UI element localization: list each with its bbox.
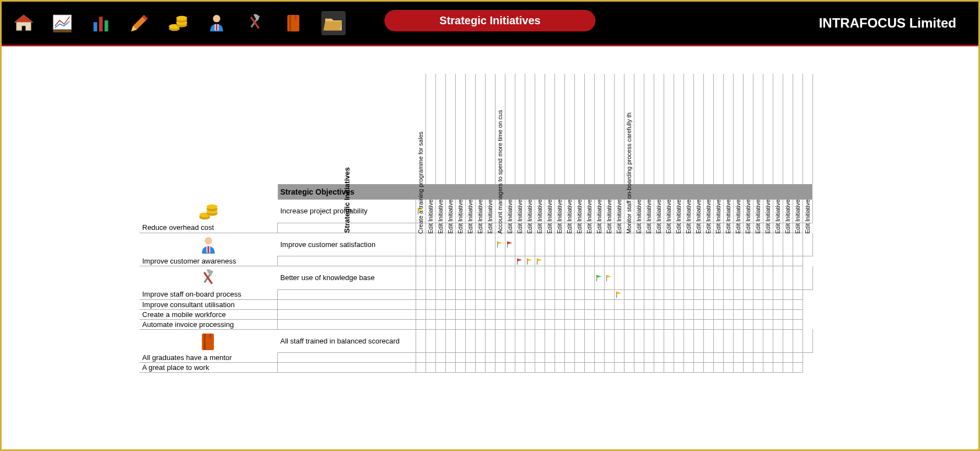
matrix-cell[interactable] bbox=[723, 353, 733, 363]
matrix-cell[interactable] bbox=[644, 233, 654, 256]
matrix-cell[interactable] bbox=[654, 266, 664, 290]
objective-label[interactable]: Reduce overhead cost bbox=[139, 223, 278, 233]
column-header[interactable]: Edit Initiative bbox=[475, 74, 485, 184]
objective-label[interactable]: Improve customer satisfaction bbox=[278, 233, 416, 256]
matrix-cell[interactable] bbox=[455, 319, 465, 329]
folder-button[interactable] bbox=[321, 11, 346, 35]
matrix-cell[interactable] bbox=[773, 289, 783, 299]
matrix-cell[interactable] bbox=[435, 353, 445, 363]
matrix-cell[interactable] bbox=[435, 309, 445, 319]
book-button[interactable] bbox=[283, 12, 305, 34]
matrix-cell[interactable] bbox=[743, 256, 753, 266]
matrix-cell[interactable] bbox=[594, 233, 604, 256]
matrix-cell[interactable] bbox=[674, 319, 683, 329]
matrix-cell[interactable] bbox=[793, 299, 803, 309]
matrix-cell[interactable] bbox=[703, 353, 713, 363]
matrix-cell[interactable] bbox=[594, 363, 604, 373]
matrix-cell[interactable] bbox=[475, 289, 485, 299]
matrix-cell[interactable] bbox=[545, 363, 554, 373]
matrix-cell[interactable] bbox=[545, 329, 554, 353]
matrix-cell[interactable] bbox=[475, 299, 485, 309]
matrix-cell[interactable] bbox=[445, 309, 455, 319]
matrix-cell[interactable] bbox=[584, 233, 594, 256]
matrix-cell[interactable] bbox=[426, 299, 435, 309]
matrix-cell[interactable] bbox=[624, 266, 634, 290]
matrix-cell[interactable] bbox=[554, 256, 564, 266]
matrix-cell[interactable] bbox=[416, 319, 426, 329]
matrix-cell[interactable] bbox=[793, 256, 803, 266]
matrix-cell[interactable] bbox=[584, 289, 594, 299]
matrix-cell[interactable] bbox=[723, 319, 733, 329]
matrix-cell[interactable] bbox=[743, 289, 753, 299]
matrix-cell[interactable] bbox=[783, 353, 793, 363]
matrix-cell[interactable] bbox=[426, 266, 435, 290]
matrix-cell[interactable] bbox=[783, 233, 793, 256]
matrix-cell[interactable] bbox=[773, 233, 783, 256]
matrix-cell[interactable] bbox=[703, 363, 713, 373]
matrix-cell[interactable] bbox=[495, 266, 505, 290]
matrix-cell[interactable] bbox=[564, 363, 574, 373]
matrix-cell[interactable] bbox=[416, 266, 426, 290]
matrix-cell[interactable] bbox=[733, 256, 743, 266]
matrix-cell[interactable] bbox=[564, 289, 574, 299]
matrix-cell[interactable] bbox=[664, 319, 674, 329]
matrix-cell[interactable] bbox=[475, 233, 485, 256]
matrix-cell[interactable] bbox=[564, 256, 574, 266]
matrix-cell[interactable] bbox=[693, 319, 703, 329]
matrix-cell[interactable] bbox=[495, 256, 505, 266]
matrix-cell[interactable] bbox=[545, 319, 554, 329]
matrix-cell[interactable] bbox=[733, 363, 743, 373]
objective-label[interactable]: All graduates have a mentor bbox=[139, 353, 278, 363]
matrix-cell[interactable] bbox=[475, 329, 485, 353]
matrix-cell[interactable] bbox=[475, 256, 485, 266]
matrix-cell[interactable] bbox=[515, 256, 525, 266]
matrix-cell[interactable] bbox=[753, 289, 763, 299]
matrix-cell[interactable] bbox=[664, 309, 674, 319]
matrix-cell[interactable] bbox=[713, 309, 723, 319]
matrix-cell[interactable] bbox=[654, 329, 664, 353]
matrix-cell[interactable] bbox=[545, 289, 554, 299]
matrix-cell[interactable] bbox=[733, 233, 743, 256]
matrix-cell[interactable] bbox=[515, 329, 525, 353]
matrix-cell[interactable] bbox=[793, 353, 803, 363]
matrix-cell[interactable] bbox=[416, 256, 426, 266]
matrix-cell[interactable] bbox=[554, 353, 564, 363]
matrix-cell[interactable] bbox=[743, 233, 753, 256]
matrix-cell[interactable] bbox=[584, 299, 594, 309]
matrix-cell[interactable] bbox=[674, 289, 683, 299]
matrix-cell[interactable] bbox=[683, 363, 693, 373]
matrix-cell[interactable] bbox=[693, 233, 703, 256]
matrix-cell[interactable] bbox=[654, 233, 664, 256]
matrix-cell[interactable] bbox=[634, 319, 644, 329]
matrix-cell[interactable] bbox=[426, 256, 435, 266]
matrix-cell[interactable] bbox=[703, 309, 713, 319]
matrix-cell[interactable] bbox=[703, 233, 713, 256]
matrix-cell[interactable] bbox=[693, 309, 703, 319]
matrix-cell[interactable] bbox=[683, 309, 693, 319]
matrix-cell[interactable] bbox=[574, 353, 584, 363]
matrix-cell[interactable] bbox=[574, 233, 584, 256]
matrix-cell[interactable] bbox=[465, 233, 475, 256]
matrix-cell[interactable] bbox=[723, 363, 733, 373]
column-header[interactable]: Monitor staff on-boarding process carefu… bbox=[624, 74, 634, 184]
matrix-cell[interactable] bbox=[763, 299, 773, 309]
matrix-cell[interactable] bbox=[545, 256, 554, 266]
matrix-cell[interactable] bbox=[545, 309, 554, 319]
matrix-cell[interactable] bbox=[683, 299, 693, 309]
matrix-cell[interactable] bbox=[644, 363, 654, 373]
matrix-cell[interactable] bbox=[594, 266, 604, 290]
matrix-cell[interactable] bbox=[763, 363, 773, 373]
matrix-cell[interactable] bbox=[654, 256, 664, 266]
column-header[interactable]: Account managers to spend more time on c… bbox=[495, 74, 505, 184]
column-header[interactable]: Edit Initiative bbox=[535, 74, 545, 184]
matrix-cell[interactable] bbox=[594, 256, 604, 266]
home-button[interactable] bbox=[13, 12, 35, 34]
matrix-cell[interactable] bbox=[763, 319, 773, 329]
column-header[interactable]: Create a training programme for sales bbox=[416, 74, 426, 184]
matrix-cell[interactable] bbox=[475, 363, 485, 373]
matrix-cell[interactable] bbox=[426, 289, 435, 299]
matrix-cell[interactable] bbox=[723, 289, 733, 299]
matrix-cell[interactable] bbox=[278, 363, 416, 373]
matrix-cell[interactable] bbox=[416, 353, 426, 363]
matrix-cell[interactable] bbox=[614, 299, 624, 309]
